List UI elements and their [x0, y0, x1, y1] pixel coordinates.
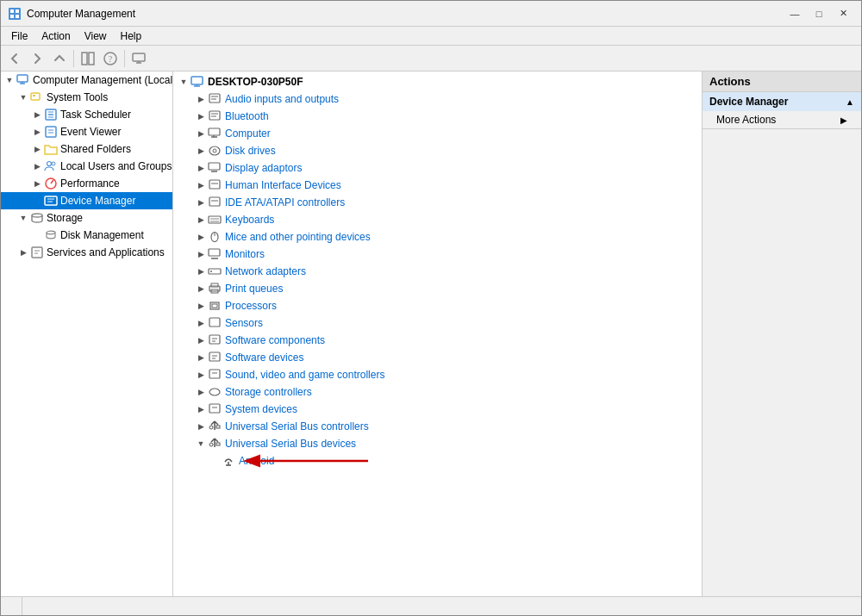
shared-folders-node[interactable]: ▶ Shared Folders — [1, 140, 172, 158]
system-tools-expand: ▼ — [16, 90, 30, 104]
sw-components-node[interactable]: ▶ Software components — [173, 332, 702, 349]
close-button[interactable]: ✕ — [832, 5, 854, 22]
event-viewer-node[interactable]: ▶ Event Viewer — [1, 123, 172, 140]
android-device-icon — [222, 454, 235, 468]
svg-point-30 — [32, 214, 42, 217]
svg-rect-68 — [212, 304, 217, 308]
device-manager-node[interactable]: Device Manager — [1, 192, 172, 209]
processors-expand: ▶ — [194, 299, 208, 313]
device-manager-label: Device Manager — [60, 195, 135, 207]
svg-rect-76 — [209, 370, 220, 378]
svg-rect-44 — [209, 128, 220, 135]
forward-button[interactable] — [27, 48, 47, 69]
desktop-root-node[interactable]: ▼ DESKTOP-030P50F — [173, 73, 702, 90]
keyboards-node[interactable]: ▶ Keyboards — [173, 211, 702, 228]
print-icon — [208, 282, 222, 296]
minimize-button[interactable]: — — [784, 5, 806, 22]
storage-icon — [30, 211, 44, 225]
menu-help[interactable]: Help — [114, 28, 149, 44]
mice-node[interactable]: ▶ Mice and other pointing devices — [173, 228, 702, 246]
maximize-button[interactable]: □ — [808, 5, 830, 22]
android-label: Android — [239, 455, 274, 467]
services-node[interactable]: ▶ Services and Applications — [1, 244, 172, 261]
ide-node[interactable]: ▶ IDE ATA/ATAPI controllers — [173, 194, 702, 211]
local-users-node[interactable]: ▶ Local Users and Groups — [1, 158, 172, 175]
computer-cat-label: Computer — [225, 128, 271, 140]
back-button[interactable] — [4, 48, 25, 69]
show-hide-button[interactable] — [78, 48, 98, 69]
network-icon — [208, 264, 222, 278]
help-button[interactable]: ? — [100, 48, 121, 69]
center-panel[interactable]: ▼ DESKTOP-030P50F ▶ — [173, 72, 702, 596]
sound-node[interactable]: ▶ Sound, video and game controllers — [173, 366, 702, 383]
sensors-label: Sensors — [225, 317, 263, 329]
bluetooth-node[interactable]: ▶ Bluetooth — [173, 108, 702, 125]
menu-view[interactable]: View — [78, 28, 114, 44]
task-scheduler-node[interactable]: ▶ Task Scheduler — [1, 106, 172, 123]
svg-rect-82 — [216, 426, 220, 428]
svg-rect-35 — [191, 77, 203, 84]
disk-management-icon — [44, 228, 58, 242]
menu-file[interactable]: File — [4, 28, 34, 44]
shared-folders-label: Shared Folders — [60, 143, 131, 155]
mice-icon — [208, 230, 222, 244]
usb-devices-node[interactable]: ▼ Universal Serial Bus devices — [173, 435, 702, 452]
processors-node[interactable]: ▶ Processors — [173, 297, 702, 314]
local-users-expand: ▶ — [30, 159, 44, 173]
network-node[interactable]: ▶ Network adapters — [173, 263, 702, 280]
computer-icon — [16, 73, 30, 87]
disk-drives-node[interactable]: ▶ Disk drives — [173, 142, 702, 159]
svg-rect-3 — [10, 15, 14, 18]
services-icon — [30, 246, 44, 259]
usb-devices-label: Universal Serial Bus devices — [225, 438, 356, 450]
storage-ctrl-expand: ▶ — [194, 385, 208, 399]
sound-icon — [208, 368, 222, 382]
audio-node[interactable]: ▶ Audio inputs and outputs — [173, 90, 702, 108]
sw-components-label: Software components — [225, 334, 325, 346]
up-button[interactable] — [49, 48, 70, 69]
usb-ctrl-node[interactable]: ▶ Universal Serial Bus controllers — [173, 418, 702, 435]
sw-devices-node[interactable]: ▶ Software devices — [173, 349, 702, 366]
system-tools-label: System Tools — [47, 91, 108, 103]
hid-expand: ▶ — [194, 178, 208, 192]
device-manager-expand — [30, 194, 44, 208]
services-expand: ▶ — [16, 246, 30, 259]
display-adaptors-node[interactable]: ▶ Display adaptors — [173, 159, 702, 177]
menu-action[interactable]: Action — [34, 28, 77, 44]
print-node[interactable]: ▶ Print queues — [173, 280, 702, 297]
storage-ctrl-node[interactable]: ▶ Storage controllers — [173, 383, 702, 401]
computer-cat-expand: ▶ — [194, 127, 208, 140]
action-section-device-manager-header[interactable]: Device Manager ▲ — [703, 92, 861, 111]
display-icon — [208, 161, 222, 175]
left-panel[interactable]: ▼ Computer Management (Local ▼ — [1, 72, 173, 596]
svg-rect-32 — [32, 247, 42, 258]
sw-devices-expand: ▶ — [194, 351, 208, 364]
monitors-expand: ▶ — [194, 247, 208, 261]
disk-drives-expand: ▶ — [194, 144, 208, 158]
performance-label: Performance — [60, 177, 120, 190]
usb-ctrl-icon — [208, 420, 222, 433]
display-expand: ▶ — [194, 161, 208, 175]
monitors-node[interactable]: ▶ Monitors — [173, 246, 702, 263]
computer-category-node[interactable]: ▶ Computer — [173, 125, 702, 142]
system-devices-node[interactable]: ▶ System devices — [173, 401, 702, 418]
disk-management-node[interactable]: Disk Management — [1, 227, 172, 244]
performance-node[interactable]: ▶ Performance — [1, 175, 172, 192]
svg-rect-84 — [216, 443, 220, 445]
android-node[interactable]: Android — [173, 452, 702, 470]
storage-node[interactable]: ▼ Storage — [1, 209, 172, 227]
system-tools-node[interactable]: ▼ System Tools — [1, 89, 172, 106]
main-window: Computer Management — □ ✕ File Action Vi… — [0, 0, 862, 616]
sensors-node[interactable]: ▶ Sensors — [173, 314, 702, 332]
svg-point-24 — [47, 162, 52, 166]
usb-ctrl-label: Universal Serial Bus controllers — [225, 420, 369, 432]
window-controls: — □ ✕ — [784, 5, 854, 22]
more-actions-item[interactable]: More Actions ▶ — [703, 111, 861, 128]
mice-expand: ▶ — [194, 230, 208, 244]
computer-button[interactable] — [128, 48, 149, 69]
tree-root[interactable]: ▼ Computer Management (Local — [1, 72, 172, 89]
shared-folders-icon — [44, 142, 58, 156]
processors-label: Processors — [225, 300, 277, 312]
actions-header: Actions — [703, 72, 861, 92]
hid-node[interactable]: ▶ Human Interface Devices — [173, 177, 702, 194]
